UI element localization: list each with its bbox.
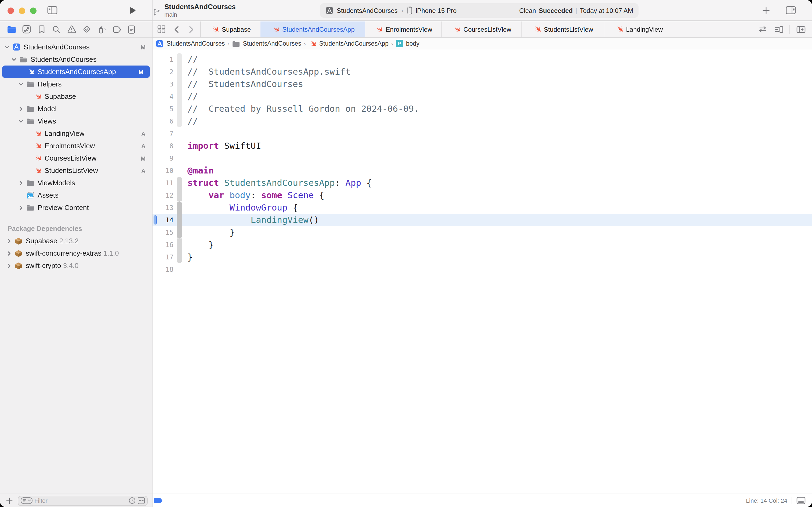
related-items-icon[interactable] [154,22,168,36]
close-button[interactable] [7,7,14,14]
tree-item-courseslistview[interactable]: CoursesListViewM [0,152,152,164]
code-fold-ribbon[interactable] [177,139,182,152]
line-number[interactable]: 2 [153,65,173,78]
code-fold-ribbon[interactable] [177,177,182,189]
code-fold-ribbon[interactable] [177,90,182,103]
package-item-swift-concurrency-extras[interactable]: swift-concurrency-extras 1.1.0 [0,247,152,260]
disclosure-down-icon[interactable] [9,57,18,62]
sidebar-divider[interactable] [152,0,153,507]
code-fold-ribbon[interactable] [177,189,182,202]
code-fold-ribbon[interactable] [177,202,182,214]
tree-item-landingview[interactable]: LandingViewA [0,127,152,139]
code-line[interactable]: 5// Created by Russell Gordon on 2024-06… [153,103,812,115]
disclosure-right-icon[interactable] [4,263,13,268]
breadcrumb-item-body[interactable]: Pbody [396,40,419,47]
add-editor-icon[interactable] [794,22,808,36]
code-review-icon[interactable] [756,22,769,36]
nav-find-icon[interactable] [49,22,64,36]
filter-menu-icon[interactable] [20,497,33,504]
code-fold-ribbon[interactable] [177,115,182,127]
code-fold-ribbon[interactable] [177,263,182,276]
code-fold-ribbon[interactable] [177,226,182,238]
source-editor[interactable]: 1//2// StudentsAndCoursesApp.swift3// St… [153,49,812,494]
disclosure-down-icon[interactable] [16,118,25,124]
tree-item-studentslistview[interactable]: StudentsListViewA [0,164,152,177]
code-line[interactable]: 14 LandingView() [153,214,812,226]
nav-debug-icon[interactable] [94,22,109,36]
line-number[interactable]: 9 [153,152,173,164]
tab-studentsandcoursesapp[interactable]: StudentsAndCoursesApp [260,21,365,37]
inspector-toggle-icon[interactable] [783,3,798,17]
package-item-supabase[interactable]: Supabase 2.13.2 [0,235,152,247]
filter-input[interactable] [35,497,127,504]
new-tab-button[interactable] [758,3,773,17]
line-number[interactable]: 5 [153,103,173,115]
breadcrumb-item-studentsandcoursesapp[interactable]: StudentsAndCoursesApp [308,40,389,48]
line-number[interactable]: 13 [153,202,173,214]
code-fold-ribbon[interactable] [177,65,182,78]
scheme-selector[interactable]: StudentsAndCourses › iPhone 15 Pro Clean… [320,3,639,18]
code-line[interactable]: 4// [153,90,812,103]
line-number[interactable]: 4 [153,90,173,103]
filter-field[interactable] [18,496,148,506]
adjust-editor-options-icon[interactable] [772,22,786,36]
line-number[interactable]: 6 [153,115,173,127]
code-line[interactable]: 12 var body: some Scene { [153,189,812,202]
build-status[interactable]: Clean Succeeded | Today at 10:07 AM [519,7,633,14]
nav-reports-icon[interactable] [124,22,139,36]
run-button[interactable] [125,3,139,17]
go-back-icon[interactable] [169,22,183,36]
tree-item-enrolmentsview[interactable]: EnrolmentsViewA [0,139,152,152]
code-fold-ribbon[interactable] [177,214,182,226]
line-number[interactable]: 12 [153,189,173,202]
code-line[interactable]: 15 } [153,226,812,238]
disclosure-down-icon[interactable] [16,81,25,87]
nav-source-control-icon[interactable] [19,22,34,36]
zoom-button[interactable] [30,7,37,14]
code-line[interactable]: 13 WindowGroup { [153,202,812,214]
disclosure-right-icon[interactable] [16,180,25,185]
disclosure-down-icon[interactable] [2,44,11,50]
breadcrumb-item-studentsandcourses[interactable]: StudentsAndCourses [156,40,225,48]
code-line[interactable]: 1// [153,53,812,65]
code-line[interactable]: 18 [153,263,812,276]
code-fold-ribbon[interactable] [177,152,182,164]
code-fold-ribbon[interactable] [177,78,182,90]
code-fold-ribbon[interactable] [177,127,182,139]
line-number[interactable]: 11 [153,177,173,189]
tree-item-studentsandcoursesapp[interactable]: StudentsAndCoursesAppM [2,65,150,78]
tree-item-assets[interactable]: Assets [0,189,152,202]
tab-studentslistview[interactable]: StudentsListView [521,21,603,37]
tab-courseslistview[interactable]: CoursesListView [442,21,521,37]
line-number[interactable]: 3 [153,78,173,90]
tree-item-preview-content[interactable]: Preview Content [0,202,152,214]
tree-item-studentsandcourses[interactable]: StudentsAndCourses [0,53,152,65]
code-fold-ribbon[interactable] [177,53,182,65]
minimize-button[interactable] [19,7,25,14]
line-number[interactable]: 17 [153,251,173,263]
scheme-project-name[interactable]: StudentsAndCourses [337,7,398,14]
disclosure-right-icon[interactable] [4,250,13,256]
line-number[interactable]: 18 [153,263,173,276]
tab-supabase[interactable]: Supabase [200,21,260,37]
code-line[interactable]: 9 [153,152,812,164]
code-line[interactable]: 11struct StudentsAndCoursesApp: App { [153,177,812,189]
line-number[interactable]: 15 [153,226,173,238]
nav-issues-icon[interactable] [64,22,79,36]
nav-bookmarks-icon[interactable] [34,22,49,36]
code-line[interactable]: 3// StudentsAndCourses [153,78,812,90]
code-line[interactable]: 17} [153,251,812,263]
tree-item-studentsandcourses[interactable]: StudentsAndCoursesM [0,41,152,53]
nav-tests-icon[interactable] [79,22,94,36]
line-number[interactable]: 16 [153,238,173,251]
tree-item-supabase[interactable]: Supabase [0,90,152,103]
line-number[interactable]: 1 [153,53,173,65]
code-line[interactable]: 8import SwiftUI [153,139,812,152]
line-number[interactable]: 7 [153,127,173,139]
toggle-debug-area-icon[interactable] [797,497,806,504]
tree-item-viewmodels[interactable]: ViewModels [0,177,152,189]
code-line[interactable]: 7 [153,127,812,139]
code-fold-ribbon[interactable] [177,164,182,177]
tab-landingview[interactable]: LandingView [603,21,674,37]
tree-item-helpers[interactable]: Helpers [0,78,152,90]
